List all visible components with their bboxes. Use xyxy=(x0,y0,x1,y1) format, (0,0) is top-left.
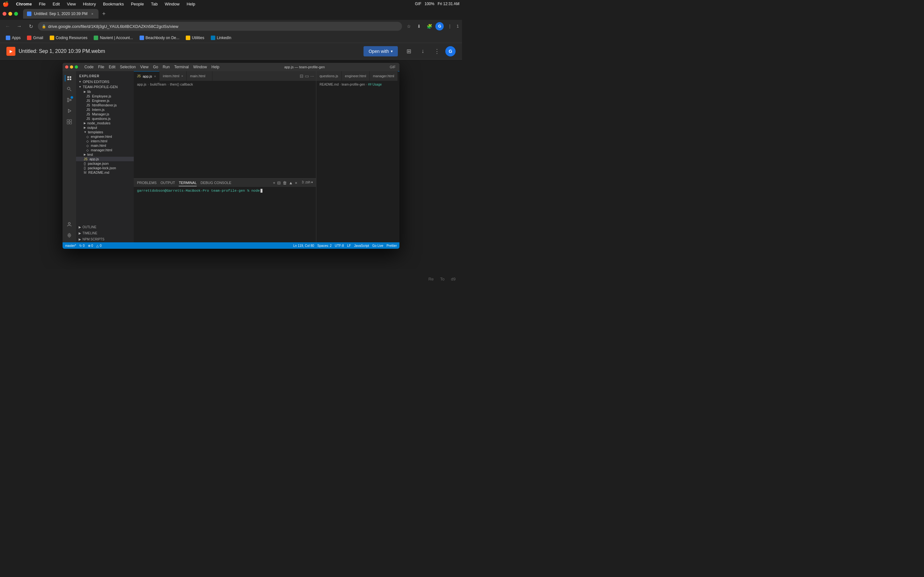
bookmark-gmail[interactable]: Gmail xyxy=(24,34,45,41)
vscode-close-btn[interactable] xyxy=(65,65,68,69)
statusbar-prettier[interactable]: Prettier xyxy=(387,244,397,247)
intern-html-item[interactable]: ◇ intern.html xyxy=(76,139,134,143)
main-html-item[interactable]: ◇ main.html xyxy=(76,143,134,148)
output-folder-item[interactable]: ▶ output xyxy=(76,125,134,130)
tab-appjs[interactable]: JS app.js × xyxy=(134,71,160,81)
statusbar-spaces[interactable]: Spaces: 2 xyxy=(317,244,331,247)
menu-history[interactable]: History xyxy=(81,1,97,7)
statusbar-warnings[interactable]: △ 0 xyxy=(96,244,102,247)
browser-tab-active[interactable]: Untitled: Sep 1, 2020 10:39 PM × xyxy=(23,9,99,19)
project-section-header[interactable]: ▼ TEAM-PROFILE-GEN xyxy=(76,84,134,89)
right-tab-readme[interactable]: README.md xyxy=(398,71,399,81)
search-icon[interactable] xyxy=(65,85,74,93)
menu-window[interactable]: Window xyxy=(163,1,181,7)
grid-view-button[interactable]: ⊞ xyxy=(403,45,415,57)
bookmark-coding-resources[interactable]: Coding Resources xyxy=(47,34,90,41)
tab-close-btn[interactable]: × xyxy=(90,11,95,16)
reload-button[interactable]: ↻ xyxy=(26,22,35,31)
open-editors-section[interactable]: ▼ OPEN EDITORS xyxy=(76,79,134,84)
statusbar-branch[interactable]: master* xyxy=(65,244,76,247)
outline-section[interactable]: ▶ OUTLINE xyxy=(76,224,134,230)
window-maximize-btn[interactable] xyxy=(14,12,18,16)
vsc-menu-view[interactable]: View xyxy=(140,65,149,69)
node-modules-item[interactable]: ▶ node_modules xyxy=(76,121,134,125)
open-with-button[interactable]: Open with ▾ xyxy=(363,46,398,56)
vsc-menu-edit[interactable]: Edit xyxy=(109,65,115,69)
htmlrenderer-js-item[interactable]: JS htmlRenderer.js xyxy=(76,103,134,107)
manager-html-item[interactable]: ◇ manager.html xyxy=(76,148,134,152)
readme-editor-content[interactable] xyxy=(317,88,399,242)
statusbar-line-ending[interactable]: LF xyxy=(347,244,351,247)
vsc-menu-help[interactable]: Help xyxy=(212,65,220,69)
menu-chrome[interactable]: Chrome xyxy=(15,1,33,7)
bookmark-beachbody[interactable]: Beachbody on De... xyxy=(137,34,182,41)
bookmark-linkedin[interactable]: LinkedIn xyxy=(208,34,234,41)
menu-view[interactable]: View xyxy=(65,1,77,7)
vscode-minimize-btn[interactable] xyxy=(70,65,73,69)
debug-console-tab[interactable]: DEBUG CONSOLE xyxy=(200,179,231,186)
extensions-puzzle-icon[interactable]: 🧩 xyxy=(425,22,433,31)
collapse-icon[interactable]: ▭ xyxy=(305,73,309,79)
timeline-section[interactable]: ▶ TIMELINE xyxy=(76,230,134,236)
readme-md-item[interactable]: M README.md xyxy=(76,170,134,175)
vsc-menu-code[interactable]: Code xyxy=(84,65,94,69)
panel-split-icon[interactable]: ⊟ xyxy=(277,181,281,185)
package-lock-json-item[interactable]: {} package-lock.json xyxy=(76,166,134,170)
vsc-menu-run[interactable]: Run xyxy=(163,65,170,69)
window-minimize-btn[interactable] xyxy=(8,12,12,16)
questions-js-item[interactable]: JS questions.js xyxy=(76,116,134,121)
panel-add-icon[interactable]: + xyxy=(273,181,275,185)
statusbar-errors[interactable]: ⊗ 0 xyxy=(88,244,93,247)
vsc-menu-terminal[interactable]: Terminal xyxy=(174,65,189,69)
tab-appjs-close[interactable]: × xyxy=(154,74,156,78)
panel-close-icon[interactable]: × xyxy=(295,181,297,185)
settings-gear-icon[interactable] xyxy=(65,231,74,240)
vsc-menu-selection[interactable]: Selection xyxy=(120,65,136,69)
intern-js-item[interactable]: JS Intern.js xyxy=(76,107,134,112)
menu-edit[interactable]: Edit xyxy=(51,1,61,7)
window-close-btn[interactable] xyxy=(3,12,6,16)
back-button[interactable]: ← xyxy=(3,22,12,31)
menu-people[interactable]: People xyxy=(129,1,145,7)
right-tab-engineerhtml[interactable]: engineer.html xyxy=(342,71,370,81)
menu-file[interactable]: File xyxy=(37,1,47,7)
debug-icon[interactable] xyxy=(65,106,74,115)
new-tab-button[interactable]: + xyxy=(100,10,108,18)
address-bar[interactable]: 🔒 drive.google.com/file/d/1K8j3gU_YAUL6b… xyxy=(38,22,402,31)
terminal-tab[interactable]: TERMINAL xyxy=(179,179,197,186)
panel-maximize-icon[interactable]: ▲ xyxy=(289,181,293,185)
vsc-menu-go[interactable]: Go xyxy=(153,65,158,69)
extensions-icon[interactable] xyxy=(65,117,74,126)
npm-scripts-section[interactable]: ▶ NPM SCRIPTS xyxy=(76,236,134,242)
account-icon[interactable] xyxy=(65,220,74,229)
statusbar-position[interactable]: Ln 119, Col 80 xyxy=(293,244,314,247)
apple-menu[interactable]: 🍎 xyxy=(3,1,9,7)
statusbar-encoding[interactable]: UTF-8 xyxy=(335,244,344,247)
source-control-icon[interactable] xyxy=(65,95,74,105)
right-tab-managerhtml[interactable]: manager.html xyxy=(370,71,398,81)
statusbar-go-live[interactable]: Go Live xyxy=(372,244,383,247)
manager-js-item[interactable]: JS Manager.js xyxy=(76,112,134,116)
chrome-profile-button[interactable]: G xyxy=(435,22,444,31)
forward-button[interactable]: → xyxy=(15,22,24,31)
statusbar-language[interactable]: JavaScript xyxy=(354,244,369,247)
statusbar-sync[interactable]: ↻ 0 xyxy=(79,244,84,247)
explorer-icon[interactable] xyxy=(65,74,74,83)
appjs-root-item[interactable]: JS app.js xyxy=(76,157,134,161)
download-button[interactable]: ↓ xyxy=(417,45,429,57)
engineer-js-item[interactable]: JS Engineer.js xyxy=(76,98,134,103)
chrome-menu-icon[interactable]: ⋮ xyxy=(446,22,454,31)
vsc-menu-window[interactable]: Window xyxy=(193,65,207,69)
split-editor-icon[interactable]: ⊟ xyxy=(300,73,304,79)
bookmark-apps[interactable]: Apps xyxy=(3,34,23,41)
panel-trash-icon[interactable]: 🗑 xyxy=(283,181,287,185)
bookmark-navient[interactable]: Navient | Account... xyxy=(91,34,136,41)
output-tab[interactable]: OUTPUT xyxy=(160,179,175,186)
drive-profile-button[interactable]: G xyxy=(445,46,456,56)
bookmark-utilities[interactable]: Utilities xyxy=(183,34,207,41)
package-json-item[interactable]: {} package.json xyxy=(76,161,134,166)
bookmark-star-icon[interactable]: ☆ xyxy=(405,22,413,31)
right-tab-questions[interactable]: questions.js xyxy=(317,71,342,81)
employee-js-item[interactable]: JS Employee.js xyxy=(76,94,134,98)
chrome-extension-icon[interactable]: ⬇ xyxy=(415,22,423,31)
